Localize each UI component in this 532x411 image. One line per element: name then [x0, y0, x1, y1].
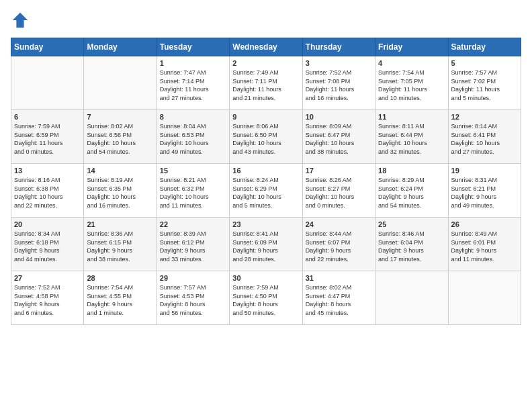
day-number: 8 — [160, 113, 226, 121]
day-info: Sunrise: 8:41 AM Sunset: 6:09 PM Dayligh… — [232, 230, 299, 263]
calendar-cell: 25Sunrise: 8:46 AM Sunset: 6:04 PM Dayli… — [375, 218, 448, 271]
day-info: Sunrise: 7:54 AM Sunset: 7:05 PM Dayligh… — [378, 68, 445, 102]
calendar-cell: 24Sunrise: 8:44 AM Sunset: 6:07 PM Dayli… — [302, 218, 375, 271]
day-number: 1 — [160, 59, 226, 67]
calendar-week-1: 1Sunrise: 7:47 AM Sunset: 7:14 PM Daylig… — [11, 56, 521, 110]
day-number: 15 — [160, 167, 226, 175]
calendar-cell: 17Sunrise: 8:26 AM Sunset: 6:27 PM Dayli… — [302, 164, 375, 218]
calendar-cell: 11Sunrise: 8:11 AM Sunset: 6:44 PM Dayli… — [375, 110, 448, 164]
day-header-friday: Friday — [375, 38, 448, 56]
day-info: Sunrise: 8:39 AM Sunset: 6:12 PM Dayligh… — [160, 230, 226, 263]
day-info: Sunrise: 7:54 AM Sunset: 4:55 PM Dayligh… — [87, 283, 153, 317]
day-number: 28 — [87, 274, 153, 282]
day-info: Sunrise: 7:52 AM Sunset: 7:08 PM Dayligh… — [306, 68, 372, 102]
day-number: 21 — [87, 220, 153, 228]
day-number: 11 — [378, 113, 445, 121]
day-number: 4 — [378, 59, 445, 67]
day-number: 2 — [232, 59, 299, 67]
logo — [11, 11, 32, 30]
calendar-cell: 20Sunrise: 8:34 AM Sunset: 6:18 PM Dayli… — [11, 218, 84, 271]
calendar-cell: 9Sunrise: 8:06 AM Sunset: 6:50 PM Daylig… — [230, 110, 302, 164]
calendar-cell — [11, 56, 84, 110]
day-info: Sunrise: 8:14 AM Sunset: 6:41 PM Dayligh… — [451, 122, 518, 156]
day-number: 24 — [306, 220, 372, 228]
day-number: 5 — [451, 59, 518, 67]
calendar-week-5: 27Sunrise: 7:52 AM Sunset: 4:58 PM Dayli… — [11, 271, 521, 325]
day-info: Sunrise: 7:47 AM Sunset: 7:14 PM Dayligh… — [160, 68, 226, 102]
day-number: 18 — [378, 167, 445, 175]
calendar-cell: 1Sunrise: 7:47 AM Sunset: 7:14 PM Daylig… — [157, 56, 229, 110]
day-info: Sunrise: 7:57 AM Sunset: 7:02 PM Dayligh… — [451, 68, 518, 102]
day-header-monday: Monday — [84, 38, 157, 56]
day-header-saturday: Saturday — [448, 38, 521, 56]
day-header-thursday: Thursday — [302, 38, 375, 56]
day-info: Sunrise: 8:02 AM Sunset: 6:56 PM Dayligh… — [87, 122, 153, 156]
calendar-cell: 10Sunrise: 8:09 AM Sunset: 6:47 PM Dayli… — [302, 110, 375, 164]
calendar-cell: 23Sunrise: 8:41 AM Sunset: 6:09 PM Dayli… — [230, 218, 302, 271]
day-info: Sunrise: 8:16 AM Sunset: 6:38 PM Dayligh… — [14, 176, 81, 210]
day-info: Sunrise: 7:59 AM Sunset: 4:50 PM Dayligh… — [232, 283, 299, 317]
calendar-cell: 30Sunrise: 7:59 AM Sunset: 4:50 PM Dayli… — [230, 271, 302, 325]
calendar-cell — [448, 271, 521, 325]
day-info: Sunrise: 8:26 AM Sunset: 6:27 PM Dayligh… — [306, 176, 372, 210]
day-number: 20 — [14, 220, 81, 228]
calendar-cell: 15Sunrise: 8:21 AM Sunset: 6:32 PM Dayli… — [157, 164, 229, 218]
day-number: 16 — [232, 167, 299, 175]
day-number: 19 — [451, 167, 518, 175]
calendar-cell: 3Sunrise: 7:52 AM Sunset: 7:08 PM Daylig… — [302, 56, 375, 110]
day-number: 13 — [14, 167, 81, 175]
day-info: Sunrise: 8:46 AM Sunset: 6:04 PM Dayligh… — [378, 230, 445, 263]
logo-icon — [11, 11, 30, 30]
calendar-cell: 8Sunrise: 8:04 AM Sunset: 6:53 PM Daylig… — [157, 110, 229, 164]
day-number: 26 — [451, 220, 518, 228]
calendar-week-4: 20Sunrise: 8:34 AM Sunset: 6:18 PM Dayli… — [11, 218, 521, 271]
day-number: 22 — [160, 220, 226, 228]
calendar-cell: 6Sunrise: 7:59 AM Sunset: 6:59 PM Daylig… — [11, 110, 84, 164]
calendar-cell: 21Sunrise: 8:36 AM Sunset: 6:15 PM Dayli… — [84, 218, 157, 271]
day-info: Sunrise: 8:02 AM Sunset: 4:47 PM Dayligh… — [306, 283, 372, 317]
calendar-cell: 22Sunrise: 8:39 AM Sunset: 6:12 PM Dayli… — [157, 218, 229, 271]
day-number: 7 — [87, 113, 153, 121]
day-info: Sunrise: 8:31 AM Sunset: 6:21 PM Dayligh… — [451, 176, 518, 210]
svg-marker-0 — [13, 13, 28, 28]
page-header — [11, 11, 521, 30]
day-header-wednesday: Wednesday — [230, 38, 302, 56]
day-info: Sunrise: 8:44 AM Sunset: 6:07 PM Dayligh… — [306, 230, 372, 263]
calendar-cell: 28Sunrise: 7:54 AM Sunset: 4:55 PM Dayli… — [84, 271, 157, 325]
calendar-cell: 18Sunrise: 8:29 AM Sunset: 6:24 PM Dayli… — [375, 164, 448, 218]
day-info: Sunrise: 7:52 AM Sunset: 4:58 PM Dayligh… — [14, 283, 81, 317]
day-info: Sunrise: 8:49 AM Sunset: 6:01 PM Dayligh… — [451, 230, 518, 263]
day-number: 9 — [232, 113, 299, 121]
day-info: Sunrise: 8:19 AM Sunset: 6:35 PM Dayligh… — [87, 176, 153, 210]
calendar-cell: 16Sunrise: 8:24 AM Sunset: 6:29 PM Dayli… — [230, 164, 302, 218]
day-number: 6 — [14, 113, 81, 121]
calendar-cell: 31Sunrise: 8:02 AM Sunset: 4:47 PM Dayli… — [302, 271, 375, 325]
day-info: Sunrise: 8:11 AM Sunset: 6:44 PM Dayligh… — [378, 122, 445, 156]
day-info: Sunrise: 8:29 AM Sunset: 6:24 PM Dayligh… — [378, 176, 445, 210]
day-info: Sunrise: 8:09 AM Sunset: 6:47 PM Dayligh… — [306, 122, 372, 156]
day-number: 17 — [306, 167, 372, 175]
day-number: 14 — [87, 167, 153, 175]
day-number: 31 — [306, 274, 372, 282]
calendar-cell: 19Sunrise: 8:31 AM Sunset: 6:21 PM Dayli… — [448, 164, 521, 218]
calendar-week-2: 6Sunrise: 7:59 AM Sunset: 6:59 PM Daylig… — [11, 110, 521, 164]
calendar-cell: 14Sunrise: 8:19 AM Sunset: 6:35 PM Dayli… — [84, 164, 157, 218]
calendar-cell: 12Sunrise: 8:14 AM Sunset: 6:41 PM Dayli… — [448, 110, 521, 164]
calendar-cell: 2Sunrise: 7:49 AM Sunset: 7:11 PM Daylig… — [230, 56, 302, 110]
calendar-cell: 7Sunrise: 8:02 AM Sunset: 6:56 PM Daylig… — [84, 110, 157, 164]
day-number: 23 — [232, 220, 299, 228]
day-info: Sunrise: 7:57 AM Sunset: 4:53 PM Dayligh… — [160, 283, 226, 317]
day-number: 25 — [378, 220, 445, 228]
calendar-cell: 13Sunrise: 8:16 AM Sunset: 6:38 PM Dayli… — [11, 164, 84, 218]
calendar-cell: 26Sunrise: 8:49 AM Sunset: 6:01 PM Dayli… — [448, 218, 521, 271]
calendar-cell — [375, 271, 448, 325]
day-info: Sunrise: 8:36 AM Sunset: 6:15 PM Dayligh… — [87, 230, 153, 263]
day-info: Sunrise: 8:34 AM Sunset: 6:18 PM Dayligh… — [14, 230, 81, 263]
calendar-cell: 4Sunrise: 7:54 AM Sunset: 7:05 PM Daylig… — [375, 56, 448, 110]
day-info: Sunrise: 7:59 AM Sunset: 6:59 PM Dayligh… — [14, 122, 81, 156]
day-info: Sunrise: 8:24 AM Sunset: 6:29 PM Dayligh… — [232, 176, 299, 210]
day-info: Sunrise: 8:06 AM Sunset: 6:50 PM Dayligh… — [232, 122, 299, 156]
calendar-table: SundayMondayTuesdayWednesdayThursdayFrid… — [11, 38, 521, 325]
day-info: Sunrise: 7:49 AM Sunset: 7:11 PM Dayligh… — [232, 68, 299, 102]
day-number: 27 — [14, 274, 81, 282]
